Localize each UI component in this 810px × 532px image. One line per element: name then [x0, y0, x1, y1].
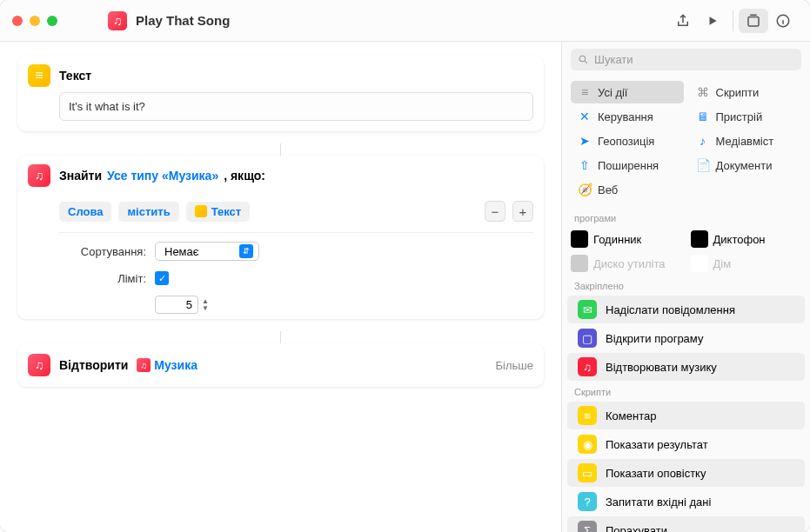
- category-label: Пристрій: [716, 110, 763, 123]
- more-button[interactable]: Більше: [496, 359, 533, 372]
- music-icon: ♫: [28, 354, 50, 376]
- find-label: Знайти: [59, 169, 102, 183]
- action-icon: ✉: [578, 300, 597, 319]
- action-item[interactable]: ▢Відкрити програму: [567, 324, 805, 352]
- text-action-card[interactable]: ≡ Текст: [17, 56, 544, 131]
- text-action-label: Текст: [59, 69, 91, 83]
- section-scripts: Скрипти: [562, 382, 810, 401]
- category-icon: ✕: [578, 110, 592, 123]
- category-icon: 📄: [696, 158, 710, 172]
- connector: [17, 143, 544, 156]
- music-variable[interactable]: Музика: [137, 358, 197, 372]
- category-item[interactable]: ➤Геопозиція: [571, 130, 684, 152]
- close-button[interactable]: [12, 16, 23, 26]
- program-item[interactable]: Дім: [691, 255, 802, 272]
- find-scope-token[interactable]: Усе типу «Музика»: [107, 169, 218, 183]
- category-icon: 🖥: [696, 110, 710, 123]
- remove-filter-button[interactable]: −: [485, 201, 505, 222]
- program-label: Годинник: [593, 233, 641, 246]
- category-item[interactable]: ⌘Скрипти: [689, 81, 802, 103]
- category-label: Усі дії: [598, 86, 627, 99]
- limit-label: Ліміт:: [59, 272, 146, 285]
- program-item[interactable]: Годинник: [571, 230, 682, 248]
- sort-label: Сортування:: [59, 245, 146, 258]
- window-controls: [12, 16, 57, 26]
- action-label: Порахувати: [606, 524, 667, 533]
- category-label: Керування: [598, 110, 653, 123]
- music-app-icon: ♫: [108, 11, 127, 30]
- category-item[interactable]: 🖥Пристрій: [689, 105, 802, 128]
- filter-variable[interactable]: Текст: [186, 202, 250, 222]
- search-input[interactable]: Шукати: [571, 49, 801, 70]
- search-placeholder: Шукати: [594, 53, 633, 66]
- filter-op[interactable]: містить: [118, 202, 178, 222]
- program-label: Диско утиліта: [593, 257, 665, 270]
- section-pinned: Закріплено: [562, 276, 810, 295]
- category-item[interactable]: 📄Документи: [689, 154, 802, 176]
- action-item[interactable]: ΣПорахувати: [567, 516, 805, 532]
- action-icon: ▢: [578, 329, 597, 348]
- program-label: Дім: [713, 257, 732, 270]
- music-icon: ♫: [28, 164, 50, 187]
- category-icon: ♪: [696, 134, 710, 148]
- chevron-updown-icon: ⇵: [239, 244, 253, 258]
- category-item[interactable]: ♪Медіавміст: [689, 130, 802, 152]
- action-item[interactable]: ♫Відтворювати музику: [567, 353, 805, 381]
- action-label: Коментар: [606, 409, 656, 422]
- action-icon: ♫: [578, 357, 597, 376]
- category-icon: ≡: [578, 85, 592, 99]
- titlebar: ♫ Play That Song: [0, 0, 810, 42]
- app-icon: [691, 255, 708, 272]
- action-item[interactable]: ≡Коментар: [567, 402, 805, 429]
- action-icon: ≡: [578, 406, 597, 425]
- category-item[interactable]: ⇧Поширення: [571, 154, 684, 176]
- limit-checkbox[interactable]: ✓: [155, 271, 169, 285]
- action-item[interactable]: ◉Показати результат: [567, 430, 805, 458]
- category-icon: ➤: [578, 134, 592, 148]
- minimize-button[interactable]: [30, 16, 40, 26]
- category-label: Поширення: [598, 159, 659, 172]
- library-button[interactable]: [739, 9, 768, 33]
- category-label: Документи: [716, 159, 773, 172]
- app-icon: [571, 230, 588, 248]
- program-item[interactable]: Диктофон: [691, 230, 802, 248]
- workflow-canvas: ≡ Текст ♫ Знайти Усе типу «Музика» , якщ…: [0, 42, 561, 532]
- action-item[interactable]: ✉Надіслати повідомлення: [567, 296, 805, 323]
- play-action-card[interactable]: ♫ Відтворити Музика Більше: [17, 343, 544, 387]
- category-item[interactable]: 🧭Веб: [571, 178, 684, 201]
- category-label: Медіавміст: [716, 135, 774, 148]
- add-filter-button[interactable]: +: [512, 201, 533, 222]
- find-action-card[interactable]: ♫ Знайти Усе типу «Музика» , якщо: Слова…: [17, 156, 544, 319]
- text-icon: ≡: [28, 64, 50, 87]
- category-label: Скрипти: [716, 86, 760, 99]
- action-label: Відтворювати музику: [606, 361, 717, 374]
- category-label: Веб: [598, 183, 618, 196]
- category-icon: ⇧: [578, 158, 592, 172]
- play-label: Відтворити: [59, 358, 128, 372]
- action-icon: ◉: [578, 435, 597, 454]
- app-icon: [691, 230, 708, 248]
- text-input[interactable]: [59, 92, 533, 121]
- sort-select[interactable]: Немає ⇵: [155, 242, 259, 261]
- stepper-buttons[interactable]: ▲▼: [202, 298, 209, 312]
- action-item[interactable]: ▭Показати оповістку: [567, 459, 805, 487]
- shortcut-title: Play That Song: [136, 13, 230, 28]
- action-item[interactable]: ?Запитати вхідні дані: [567, 488, 805, 515]
- action-label: Показати результат: [606, 438, 708, 451]
- category-item[interactable]: ✕Керування: [571, 105, 684, 128]
- maximize-button[interactable]: [47, 16, 57, 26]
- info-button[interactable]: [768, 9, 798, 33]
- category-item[interactable]: ≡Усі дії: [571, 81, 684, 103]
- action-icon: ?: [578, 492, 597, 511]
- share-button[interactable]: [668, 9, 698, 33]
- action-label: Надіслати повідомлення: [606, 303, 735, 316]
- app-icon: [571, 255, 588, 272]
- if-label: , якщо:: [224, 169, 265, 183]
- action-label: Відкрити програму: [606, 332, 703, 345]
- program-item[interactable]: Диско утиліта: [571, 255, 682, 272]
- filter-field[interactable]: Слова: [59, 202, 111, 222]
- play-button[interactable]: [698, 9, 727, 33]
- action-icon: Σ: [578, 521, 597, 532]
- svg-point-2: [579, 56, 586, 62]
- limit-input[interactable]: [155, 296, 198, 314]
